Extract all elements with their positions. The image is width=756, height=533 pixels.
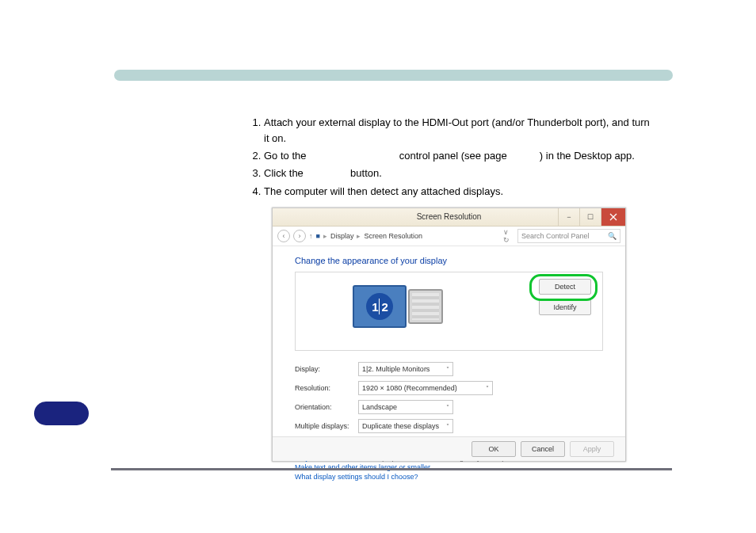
address-bar: ‹ › ↑ ■ ▸ Display ▸ Screen Resolution ∨ … — [273, 227, 625, 246]
step-2-b: control panel (see page — [399, 150, 507, 162]
step-2-c: ) in the Desktop app. — [540, 150, 635, 162]
step-1: Attach your external display to the HDMI… — [264, 115, 655, 147]
search-icon: 🔍 — [608, 232, 617, 240]
breadcrumb[interactable]: ■ ▸ Display ▸ Screen Resolution — [316, 232, 501, 240]
cancel-button[interactable]: Cancel — [521, 441, 565, 457]
breadcrumb-display[interactable]: Display — [330, 232, 354, 240]
monitor-num-1: 1 — [371, 300, 378, 314]
window-title: Screen Resolution — [417, 208, 482, 226]
step-2: Go to the control panel (see page ) in t… — [264, 148, 655, 164]
heading-rule — [114, 70, 673, 81]
monitor-extra[interactable] — [408, 289, 443, 324]
step-2-a: Go to the — [264, 150, 306, 162]
display-label: Display: — [295, 365, 358, 373]
identify-button[interactable]: Identify — [539, 299, 591, 315]
window-titlebar: Screen Resolution − ☐ — [273, 208, 625, 227]
row-multiple: Multiple displays: Duplicate these displ… — [295, 419, 603, 433]
step-4: The computer will then detect any attach… — [264, 184, 655, 200]
row-orientation: Orientation: Landscape˅ — [295, 400, 603, 414]
screen-resolution-window: Screen Resolution − ☐ ‹ › ↑ ■ ▸ Display … — [272, 207, 626, 462]
orientation-value: Landscape — [362, 403, 397, 411]
minimize-button[interactable]: − — [558, 208, 579, 226]
row-resolution: Resolution: 1920 × 1080 (Recommended)˅ — [295, 381, 603, 395]
breadcrumb-screenres[interactable]: Screen Resolution — [364, 232, 422, 240]
display-preview: 12 Detect Identify — [295, 272, 603, 351]
resolution-label: Resolution: — [295, 384, 358, 392]
ok-button[interactable]: OK — [472, 441, 516, 457]
multiple-select[interactable]: Duplicate these displays˅ — [358, 419, 453, 433]
margin-pill — [34, 402, 89, 425]
multiple-value: Duplicate these displays — [362, 422, 439, 430]
resolution-value: 1920 × 1080 (Recommended) — [362, 384, 457, 392]
window-footer: OK Cancel Apply — [273, 436, 625, 461]
display-value: 1|2. Multiple Monitors — [362, 365, 430, 373]
step-3-b: button. — [350, 167, 382, 179]
panel-heading: Change the appearance of your display — [295, 256, 603, 265]
orientation-select[interactable]: Landscape˅ — [358, 400, 453, 414]
which-settings-link[interactable]: What display settings should I choose? — [295, 473, 603, 481]
step-3: Click the button. — [264, 166, 655, 181]
search-placeholder: Search Control Panel — [521, 232, 590, 240]
up-icon[interactable]: ↑ — [309, 232, 313, 240]
apply-button[interactable]: Apply — [570, 441, 614, 457]
detect-button[interactable]: Detect — [539, 279, 591, 295]
search-input[interactable]: Search Control Panel 🔍 — [517, 229, 620, 243]
row-display: Display: 1|2. Multiple Monitors˅ — [295, 362, 603, 376]
back-button[interactable]: ‹ — [277, 230, 290, 242]
orientation-label: Orientation: — [295, 403, 358, 411]
multiple-label: Multiple displays: — [295, 422, 358, 430]
maximize-button[interactable]: ☐ — [579, 208, 601, 226]
instruction-list: Attach your external display to the HDMI… — [243, 115, 655, 201]
monitor-num-2: 2 — [381, 300, 388, 314]
footer-rule — [111, 468, 672, 470]
forward-button[interactable]: › — [293, 230, 306, 242]
close-button[interactable] — [601, 208, 625, 226]
refresh-icon[interactable]: ∨ ↻ — [503, 228, 514, 244]
monitor-1-2[interactable]: 12 — [353, 285, 407, 328]
step-3-a: Click the — [264, 167, 304, 179]
resolution-select[interactable]: 1920 × 1080 (Recommended)˅ — [358, 381, 493, 395]
display-select[interactable]: 1|2. Multiple Monitors˅ — [358, 362, 453, 376]
